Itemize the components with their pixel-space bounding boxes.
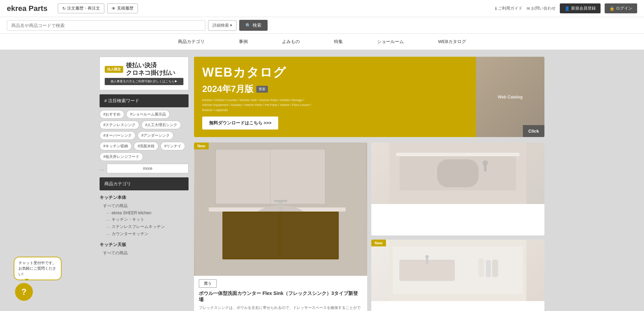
nav-item-category[interactable]: 商品カテゴリ	[161, 34, 222, 50]
banner-left: WEBカタログ 2024年7月版 更新 Kitchen / Kitchen Co…	[194, 57, 476, 137]
site-logo: ekrea Parts	[7, 4, 48, 13]
category-sheer-kitchen[interactable]: ekrea SHEER kitchen	[100, 210, 189, 216]
svg-rect-22	[478, 258, 484, 277]
sink-tr-illustration	[371, 143, 544, 204]
product-tr-image	[371, 143, 544, 204]
product-item-bottom-right: New	[371, 240, 544, 311]
click-button[interactable]: Click	[523, 125, 544, 137]
refresh-icon: ↻	[62, 6, 66, 11]
sink-br-illustration	[371, 240, 544, 301]
tag-wash-faucet[interactable]: #洗面水栓	[134, 142, 158, 150]
tag-stainless[interactable]: #ステンレスシンク	[100, 121, 139, 129]
tag-rinnai[interactable]: #リンナイ	[160, 142, 185, 150]
tags-more-button[interactable]: more	[107, 164, 189, 173]
tag-more-row: … more	[100, 164, 189, 173]
tag-kitchen-storage[interactable]: #キッチン収納	[100, 142, 132, 150]
tag-over-sink[interactable]: #オーバーシンク	[100, 131, 136, 140]
detail-search-button[interactable]: 詳細検索 ▾	[208, 20, 236, 31]
content-area: WEBカタログ 2024年7月版 更新 Kitchen / Kitchen Co…	[194, 57, 544, 311]
eye-icon: 👁	[112, 6, 116, 11]
banner-categories: Kitchen / Kitchen Counter / Kitchen Sink…	[202, 98, 312, 112]
sidebar: 法人限定 後払い決済 クロネコ掛け払い 個人事業主の方もご利用可能!! 詳しくは…	[100, 57, 189, 311]
category-counter-kitchen[interactable]: カウンターキッチン	[100, 230, 189, 238]
info-icon: ℹ	[495, 6, 497, 11]
product-desc-main: フレックスシンクは、ボウルを左右に寄せられるので、ドレッサースペースを確保するこ…	[199, 305, 362, 311]
tag-osusume[interactable]: #おすすめ	[100, 110, 124, 119]
product-title-main: ボウル一体型洗面カウンター Flex Sink（フレックスシンク）3タイプ新登場	[199, 290, 362, 303]
estimate-history-button[interactable]: 👁 見積履歴	[107, 3, 138, 13]
promo-badge: 法人限定	[105, 66, 123, 73]
banner-right: Web Catalog Click	[476, 57, 544, 137]
usage-guide-link[interactable]: ℹ ご利用ガイド	[495, 5, 523, 11]
nav-item-cases[interactable]: 事例	[222, 34, 265, 50]
category-title-kitchen-top: キッチン天板	[100, 240, 189, 249]
chevron-down-icon: ▾	[230, 23, 232, 28]
lock-icon: 🔒	[609, 6, 615, 11]
chat-bubble: チャット受付中です。お気軽にご質問ください!	[14, 257, 62, 281]
product-main-image: New	[194, 143, 367, 276]
svg-rect-12	[281, 213, 337, 258]
promo-title-line2: クロネコ掛け払い	[126, 69, 175, 77]
web-catalog-label: Web Catalog	[498, 95, 523, 99]
contact-link[interactable]: ✉ お問い合わせ	[527, 5, 556, 11]
search-button[interactable]: 🔍 検索	[239, 20, 268, 31]
banner-update-badge: 更新	[256, 86, 268, 93]
mail-icon: ✉	[527, 6, 530, 11]
category-section-header: 商品カテゴリ	[100, 177, 189, 190]
chat-widget: チャット受付中です。お気軽にご質問ください! ?	[14, 257, 62, 301]
svg-rect-18	[484, 161, 487, 172]
new-badge-br: New	[371, 240, 386, 246]
buy-button-main[interactable]: 買う	[199, 279, 217, 288]
nav-item-webcatalog[interactable]: WEBカタログ	[421, 34, 483, 50]
svg-rect-11	[224, 213, 277, 258]
product-grid: New 買う ボウル一体型洗面カウンター Flex Sink（フレックスシンク）…	[194, 143, 544, 311]
nav-item-showroom[interactable]: ショールーム	[360, 34, 421, 50]
login-button[interactable]: 🔒 ログイン	[605, 3, 637, 13]
category-title-kitchen-body: キッチン本体	[100, 193, 189, 202]
nav-item-special[interactable]: 特集	[317, 34, 360, 50]
search-icon: 🔍	[245, 23, 251, 28]
product-main-info: 買う ボウル一体型洗面カウンター Flex Sink（フレックスシンク）3タイプ…	[194, 276, 367, 311]
category-kitchen-body: キッチン本体 すべての商品 ekrea SHEER kitchen キッチン・キ…	[100, 193, 189, 238]
header-right-area: ℹ ご利用ガイド ✉ お問い合わせ 👤 新規会員登録 🔒 ログイン	[495, 3, 637, 13]
nav-item-reading[interactable]: よみもの	[265, 34, 317, 50]
header: ekrea Parts ↻ 注文履歴・再注文 👁 見積履歴 ℹ ご利用ガイド ✉…	[0, 0, 644, 17]
promo-banner[interactable]: 法人限定 後払い決済 クロネコ掛け払い 個人事業主の方もご利用可能!! 詳しくは…	[100, 57, 189, 90]
tag-under-sink[interactable]: #アンダーシンク	[138, 131, 173, 140]
chat-button[interactable]: ?	[15, 283, 33, 301]
banner-title: WEBカタログ	[202, 64, 468, 81]
svg-rect-16	[437, 160, 478, 187]
tag-range-hood[interactable]: #低天井レンジフード	[100, 152, 143, 161]
register-button[interactable]: 👤 新規会員登録	[560, 3, 601, 13]
svg-rect-14	[396, 153, 519, 156]
order-history-button[interactable]: ↻ 注文履歴・再注文	[58, 3, 104, 13]
sink-illustration	[194, 143, 367, 276]
promo-notice: 個人事業主の方もご利用可能!! 詳しくはこちら▶	[105, 78, 183, 85]
product-item-top-right	[371, 143, 544, 235]
category-stainless-frame[interactable]: ステンレスフレームキッチン	[100, 223, 189, 230]
category-all-kitchen-body[interactable]: すべての商品	[100, 202, 189, 210]
tag-artificial-marble[interactable]: #人工大理石シンク	[141, 121, 181, 129]
download-button[interactable]: 無料ダウンロードはこちら >>>	[202, 117, 278, 130]
search-bar: 詳細検索 ▾ 🔍 検索	[0, 17, 644, 34]
new-badge-main: New	[194, 143, 209, 149]
main-layout: 法人限定 後払い決済 クロネコ掛け払い 個人事業主の方もご利用可能!! 詳しくは…	[96, 50, 548, 311]
svg-rect-6	[274, 200, 287, 202]
tag-showroom[interactable]: #ショールーム展示品	[126, 110, 170, 119]
svg-rect-24	[492, 259, 498, 277]
category-all-kitchen-top[interactable]: すべての商品	[100, 249, 189, 257]
user-icon: 👤	[565, 6, 570, 11]
svg-rect-26	[426, 256, 428, 265]
search-input[interactable]	[7, 20, 205, 31]
banner-subtitle: 2024年7月版	[202, 83, 254, 95]
category-kitchen-kit[interactable]: キッチン・キット	[100, 216, 189, 223]
promo-title-line1: 後払い決済	[126, 62, 175, 69]
tag-dots: …	[100, 166, 104, 171]
svg-rect-23	[486, 260, 491, 277]
web-catalog-banner[interactable]: WEBカタログ 2024年7月版 更新 Kitchen / Kitchen Co…	[194, 57, 544, 137]
tags-grid: #おすすめ #ショールーム展示品 #ステンレスシンク #人工大理石シンク #オー…	[100, 110, 189, 161]
nav-bar: 商品カテゴリ 事例 よみもの 特集 ショールーム WEBカタログ	[0, 34, 644, 50]
product-item-main: New 買う ボウル一体型洗面カウンター Flex Sink（フレックスシンク）…	[194, 143, 367, 311]
tags-section-header: # 注目検索ワード	[100, 94, 189, 107]
header-nav-buttons: ↻ 注文履歴・再注文 👁 見積履歴	[58, 3, 138, 13]
